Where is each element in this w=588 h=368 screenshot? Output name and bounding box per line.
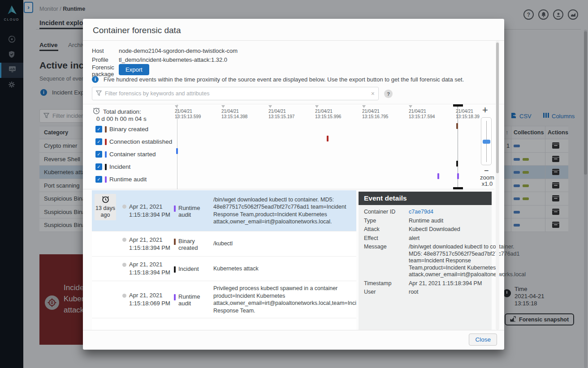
- tick-date: 21/04/21: [362, 109, 388, 114]
- event-dot-icon: [122, 238, 126, 242]
- legend-binary-created: ✓ Binary created: [95, 126, 148, 133]
- runtime-audit-swatch: [105, 176, 107, 183]
- close-button[interactable]: Close: [469, 334, 497, 346]
- duration-clock-icon: [93, 107, 100, 116]
- tick-time: 13:15:15.996: [315, 114, 341, 120]
- timeline-marker-container-started[interactable]: [176, 148, 178, 154]
- tick-date: 21/04/21: [221, 109, 247, 114]
- checkbox-incident[interactable]: ✓: [95, 163, 102, 170]
- legend-label: Runtime audit: [109, 176, 147, 183]
- event-row[interactable]: Apr 21, 2021 1:15:18:394 PM Binary creat…: [92, 231, 356, 257]
- tick-marker-icon: [362, 105, 366, 108]
- incident-swatch: [174, 266, 176, 273]
- checkbox-container-started[interactable]: ✓: [95, 151, 102, 158]
- modal-scrollbar-thumb[interactable]: [496, 43, 499, 173]
- container-id-link[interactable]: c7ae79d4: [409, 209, 487, 216]
- tick-time: 13:15:15.197: [268, 114, 294, 120]
- tick-date: 21/04/21: [268, 109, 294, 114]
- event-type-label: Incident: [178, 265, 199, 272]
- export-button[interactable]: Export: [119, 64, 149, 75]
- timeline-tick: 21/04/2113:15:14.398: [221, 105, 247, 120]
- event-type-label: Binary created: [178, 238, 213, 251]
- tick-marker-icon: [409, 105, 412, 108]
- timeline-brush-handle-top[interactable]: [453, 104, 463, 107]
- timeline-marker-runtime-audit[interactable]: [437, 173, 439, 179]
- runtime-audit-swatch: [174, 205, 176, 212]
- detail-row: TypeRuntime audit: [364, 218, 487, 225]
- forensic-events-list: 13 days ago Apr 21, 2021 1:15:18:394 PM …: [92, 190, 356, 330]
- time-ago-text: 13 days ago: [95, 205, 115, 218]
- detail-row: Message/bin/wget downloaded kubectl to c…: [364, 244, 487, 278]
- event-details-panel: Event details Container IDc7ae79d4 TypeR…: [359, 192, 492, 330]
- profile-label: Profile: [92, 56, 118, 63]
- modal-title: Container forensic data: [93, 26, 181, 35]
- tick-marker-icon: [268, 105, 272, 108]
- detail-label: Timestamp: [364, 280, 409, 287]
- event-message: Privileged process kubectl spawned in a …: [213, 285, 356, 314]
- funnel-icon: [96, 90, 102, 98]
- event-row[interactable]: Apr 21, 2021 1:15:18:069 PM Runtime audi…: [92, 281, 356, 318]
- binary-created-swatch: [174, 239, 176, 245]
- modal-scrollbar[interactable]: [496, 41, 499, 330]
- forensics-filter[interactable]: ×: [92, 87, 379, 100]
- checkbox-binary-created[interactable]: ✓: [95, 126, 102, 133]
- event-time: 1:15:18:069 PM: [122, 300, 174, 308]
- event-dot-icon: [122, 263, 126, 267]
- zoom-slider-handle[interactable]: [483, 140, 490, 144]
- runtime-audit-swatch: [174, 294, 176, 300]
- legend-label: Incident: [109, 163, 130, 170]
- detail-value: alert: [409, 235, 487, 242]
- zoom-word: zoom: [478, 175, 496, 181]
- event-type: Incident: [174, 265, 213, 273]
- timeline-brush-handle-bottom[interactable]: [453, 187, 463, 189]
- detail-label: Effect: [364, 235, 409, 242]
- checkbox-connection-established[interactable]: ✓: [95, 138, 102, 145]
- forensics-filter-input[interactable]: [105, 90, 368, 97]
- zoom-slider[interactable]: [481, 117, 492, 165]
- event-message: Kubernetes attack: [213, 265, 353, 273]
- detail-value: Runtime audit: [409, 218, 487, 225]
- zoom-in-button[interactable]: +: [482, 104, 488, 116]
- tick-marker-icon: [175, 105, 178, 108]
- modal-info-row: i Five hundred events within the time pr…: [92, 76, 486, 83]
- event-time: 1:15:18:394 PM: [122, 269, 174, 277]
- clear-filter-icon[interactable]: ×: [371, 90, 375, 97]
- detail-label: Attack: [364, 226, 409, 233]
- time-ago-badge: 13 days ago: [95, 194, 116, 220]
- connection-established-swatch: [105, 139, 107, 145]
- event-time: 1:15:18:394 PM: [122, 211, 174, 219]
- timeline-marker-runtime-audit[interactable]: [457, 173, 459, 179]
- detail-label: Message: [364, 244, 409, 278]
- legend-label: Container started: [109, 151, 156, 158]
- filter-help-icon[interactable]: ?: [384, 90, 393, 98]
- timeline-tick: 21/04/2113:15:15.996: [315, 105, 341, 120]
- event-row-selected[interactable]: 13 days ago Apr 21, 2021 1:15:18:394 PM …: [92, 190, 356, 231]
- event-type-label: Runtime audit: [178, 205, 213, 218]
- event-date: Apr 21, 2021: [129, 291, 162, 300]
- timeline-marker-connection-established[interactable]: [327, 136, 329, 141]
- timeline-tick: 21/04/2113:15:18.39: [456, 105, 480, 120]
- detail-row: Userroot: [364, 289, 487, 296]
- container-forensic-modal: Container forensic data Host node-demo21…: [83, 19, 504, 350]
- detail-row: Container IDc7ae79d4: [364, 209, 487, 216]
- tick-date: 21/04/21: [175, 109, 201, 114]
- timeline-marker-incident[interactable]: [456, 161, 458, 167]
- event-details-title: Event details: [359, 192, 492, 205]
- event-row[interactable]: Apr 21, 2021 1:15:16:157 PM Connection e…: [92, 318, 356, 330]
- event-timestamp: Apr 21, 2021 1:15:16:157 PM: [122, 322, 174, 330]
- event-type-label: Runtime audit: [178, 293, 213, 307]
- total-duration-row: Total duration:: [93, 107, 141, 116]
- checkbox-runtime-audit[interactable]: ✓: [95, 176, 102, 183]
- event-row[interactable]: Apr 21, 2021 1:15:18:394 PM Incident Kub…: [92, 257, 356, 281]
- tick-time: 13:15:13.599: [175, 114, 201, 120]
- legend-incident: ✓ Incident: [95, 163, 130, 170]
- zoom-level-label: zoom x1.0: [478, 175, 496, 187]
- timeline-tick: 21/04/2113:15:13.599: [175, 105, 201, 120]
- tick-date: 21/04/21: [315, 109, 341, 114]
- modal-info-text: Five hundred events within the time prox…: [104, 76, 464, 83]
- event-time: 1:15:18:394 PM: [122, 244, 174, 252]
- detail-value: /bin/wget downloaded kubectl to containe…: [409, 244, 526, 278]
- event-type: Runtime audit: [174, 292, 213, 307]
- timeline-marker-binary-created[interactable]: [456, 123, 458, 129]
- legend-runtime-audit: ✓ Runtime audit: [95, 176, 147, 183]
